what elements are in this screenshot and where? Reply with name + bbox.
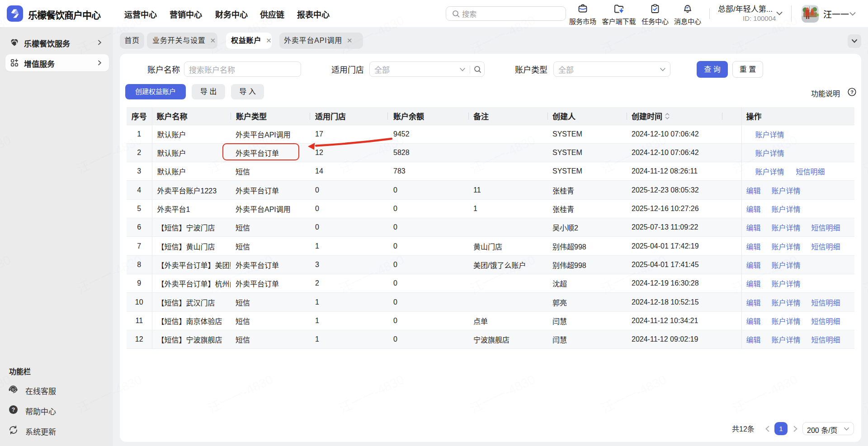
svg-text:?: ?: [850, 89, 854, 95]
svg-text:?: ?: [12, 407, 15, 413]
